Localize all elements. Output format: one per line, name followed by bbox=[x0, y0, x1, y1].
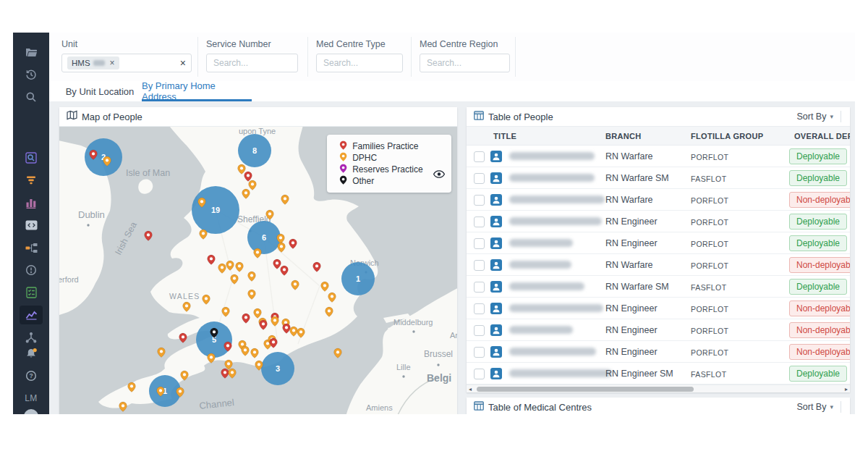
table-row[interactable]: RN WarfarePORFLOTNon-deployable bbox=[467, 189, 850, 211]
reserves-pin-icon bbox=[339, 164, 348, 175]
scrollbar-thumb[interactable] bbox=[477, 387, 694, 392]
map-cluster[interactable]: 19 bbox=[192, 186, 239, 234]
unit-filter-input[interactable]: HMS × × bbox=[61, 54, 192, 72]
table-row[interactable]: RN EngineerPORFLOTNon-deployable bbox=[467, 298, 850, 319]
map-cluster[interactable]: 8 bbox=[238, 134, 271, 167]
svg-text:1: 1 bbox=[356, 274, 360, 283]
row-checkbox[interactable] bbox=[474, 195, 485, 206]
med-centre-region-input[interactable] bbox=[425, 57, 504, 69]
map-label: erford bbox=[59, 275, 79, 284]
branch-cell: RN Warfare bbox=[605, 260, 653, 270]
table-row[interactable]: RN EngineerPORFLOTNon-deployable bbox=[467, 319, 850, 341]
table-row[interactable]: RN EngineerPORFLOTNon-deployable bbox=[467, 341, 850, 363]
search-icon bbox=[25, 91, 37, 103]
families-pin-icon bbox=[339, 140, 348, 152]
sidebar-item-flow[interactable] bbox=[20, 238, 43, 257]
med-centre-type-input[interactable] bbox=[322, 57, 397, 69]
sidebar-item-folder-open[interactable] bbox=[20, 43, 43, 62]
tab-by-unit-location[interactable]: By Unit Location bbox=[65, 81, 135, 101]
row-checkbox[interactable] bbox=[474, 217, 485, 227]
table-row[interactable]: RN WarfarePORFLOTDeployable bbox=[467, 146, 850, 167]
deployability-badge: Deployable bbox=[789, 366, 847, 382]
sidebar-item-checklist[interactable] bbox=[20, 283, 43, 302]
unit-tag-remove-icon[interactable]: × bbox=[110, 58, 115, 68]
map-cluster[interactable]: 1 bbox=[149, 375, 181, 407]
person-icon bbox=[490, 172, 502, 184]
deployability-badge: Non-deployable bbox=[789, 300, 850, 316]
med-centres-sort-by-dropdown[interactable]: Sort By ▾ bbox=[796, 402, 833, 412]
scroll-left-icon[interactable]: ◂ bbox=[469, 385, 472, 392]
row-checkbox[interactable] bbox=[474, 347, 485, 358]
row-checkbox[interactable] bbox=[474, 173, 485, 184]
deployability-badge: Deployable bbox=[789, 235, 847, 251]
branch-cell: RN Warfare bbox=[605, 151, 653, 161]
redacted-name bbox=[509, 261, 571, 269]
divider bbox=[307, 37, 308, 77]
people-table-header: TITLE BRANCH FLOTILLA GROUP OVERALL DEPL… bbox=[467, 127, 850, 146]
person-icon bbox=[490, 368, 502, 379]
unit-clear-icon[interactable]: × bbox=[180, 58, 186, 68]
row-checkbox[interactable] bbox=[474, 303, 485, 314]
person-icon bbox=[490, 194, 502, 206]
sidebar-item-bell[interactable] bbox=[20, 344, 43, 363]
row-checkbox[interactable] bbox=[474, 325, 485, 336]
legend-item-other: Other bbox=[334, 175, 444, 187]
service-number-label: Service Number bbox=[206, 39, 298, 49]
horizontal-scrollbar[interactable]: ◂ ▸ bbox=[467, 384, 850, 392]
row-checkbox[interactable] bbox=[474, 151, 485, 162]
sidebar-item-search[interactable] bbox=[20, 88, 43, 106]
help-icon: ? bbox=[25, 370, 37, 382]
map-icon bbox=[67, 110, 77, 123]
avatar[interactable] bbox=[24, 409, 38, 414]
map-canvas[interactable]: upon TyneIsle of ManDublinIrish SeaSheff… bbox=[59, 127, 457, 414]
deployability-badge: Deployable bbox=[789, 148, 847, 164]
table-row[interactable]: RN EngineerPORFLOTDeployable bbox=[467, 211, 850, 232]
map-cluster[interactable]: 6 bbox=[247, 221, 281, 254]
other-pin-icon bbox=[339, 175, 348, 187]
redacted-name bbox=[509, 282, 584, 290]
map-city-dot bbox=[402, 375, 404, 377]
row-checkbox[interactable] bbox=[474, 260, 485, 271]
sidebar-item-code-box[interactable] bbox=[20, 216, 43, 235]
people-sort-by-dropdown[interactable]: Sort By ▾ bbox=[796, 112, 833, 122]
row-checkbox[interactable] bbox=[474, 369, 485, 379]
tabs-bar: By Unit Location By Primary Home Address bbox=[49, 81, 855, 101]
service-number-input[interactable] bbox=[212, 57, 292, 69]
map-label: Isle of Man bbox=[126, 168, 170, 178]
map-city-dot bbox=[87, 224, 89, 226]
deployability-badge: Non-deployable bbox=[789, 344, 850, 360]
table-row[interactable]: RN WarfarePORFLOTNon-deployable bbox=[467, 254, 850, 276]
map-cluster[interactable]: 2 bbox=[85, 138, 122, 176]
sidebar-item-bar-chart[interactable] bbox=[20, 193, 43, 212]
flow-icon bbox=[25, 243, 38, 253]
flotilla-cell: PORFLOT bbox=[691, 261, 728, 270]
person-icon bbox=[490, 216, 502, 227]
table-of-medical-centres-panel: Table of Medical Centres Sort By ▾ bbox=[467, 398, 850, 414]
sidebar: ?LM bbox=[13, 33, 49, 414]
sidebar-item-line-chart[interactable] bbox=[20, 306, 43, 324]
map-cluster[interactable]: 1 bbox=[341, 262, 375, 295]
table-row[interactable]: RN Engineer SMFASFLOTDeployable bbox=[467, 363, 850, 384]
map-cluster[interactable]: 5 bbox=[196, 321, 232, 358]
redacted-name bbox=[509, 348, 596, 356]
map-cluster[interactable]: 3 bbox=[261, 352, 294, 385]
unit-tag[interactable]: HMS × bbox=[67, 56, 119, 70]
sidebar-item-help[interactable]: ? bbox=[20, 366, 43, 385]
table-row[interactable]: RN Warfare SMFASFLOTDeployable bbox=[467, 276, 850, 298]
table-row[interactable]: RN Warfare SMFASFLOTDeployable bbox=[467, 167, 850, 189]
column-branch: BRANCH bbox=[605, 132, 641, 140]
table-row[interactable]: RN EngineerPORFLOTDeployable bbox=[467, 232, 850, 254]
sidebar-item-zoom-search[interactable] bbox=[20, 148, 43, 167]
tab-by-primary-home-address[interactable]: By Primary Home Address bbox=[142, 81, 252, 101]
unit-tag-label: HMS bbox=[72, 59, 90, 67]
row-checkbox[interactable] bbox=[474, 238, 485, 249]
legend-visibility-eye-icon[interactable] bbox=[433, 168, 445, 181]
sidebar-item-alert-circle[interactable] bbox=[20, 261, 43, 279]
scroll-right-icon[interactable]: ▸ bbox=[845, 385, 848, 392]
person-icon bbox=[490, 281, 502, 293]
row-checkbox[interactable] bbox=[474, 282, 485, 293]
sidebar-item-filter[interactable] bbox=[20, 171, 43, 190]
sidebar-item-history[interactable] bbox=[20, 65, 43, 84]
user-initials: LM bbox=[25, 393, 38, 403]
map-label: Lille bbox=[396, 363, 411, 371]
